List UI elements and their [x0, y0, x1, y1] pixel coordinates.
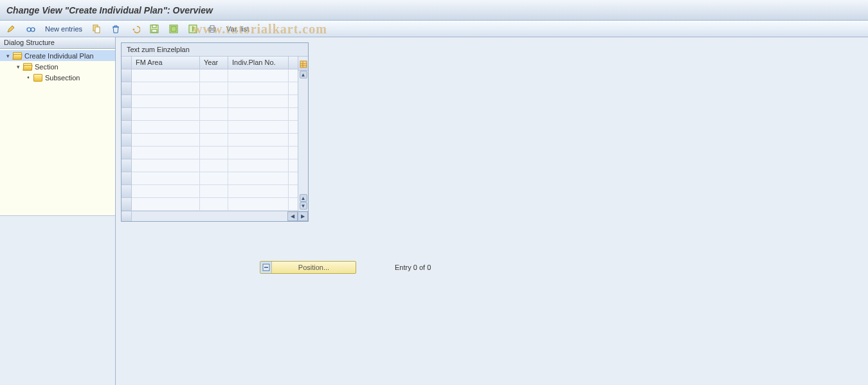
cell[interactable]: [132, 69, 200, 82]
cell[interactable]: [132, 121, 200, 133]
row-selector[interactable]: [122, 147, 131, 159]
cell[interactable]: [228, 121, 289, 133]
row-selector[interactable]: [122, 82, 131, 95]
new-entries-button[interactable]: New entries: [42, 22, 85, 35]
row-selector[interactable]: [122, 172, 131, 185]
cell[interactable]: [200, 134, 228, 146]
cell[interactable]: [132, 82, 200, 94]
window-title: Change View "Create Individual Plan": Ov…: [6, 5, 213, 15]
configure-columns-button[interactable]: [298, 58, 308, 71]
table-row[interactable]: [132, 108, 298, 121]
tree-node[interactable]: ▾Create Individual Plan: [0, 50, 115, 61]
table-row[interactable]: [132, 147, 298, 159]
cell[interactable]: [200, 198, 228, 210]
cell[interactable]: [132, 198, 200, 210]
row-selector[interactable]: [122, 198, 131, 211]
app-toolbar: New entries Var. list ww: [0, 21, 868, 37]
column-header-plan_no[interactable]: Indiv.Plan No.: [228, 57, 289, 69]
cell[interactable]: [228, 185, 289, 197]
print-icon: [207, 24, 217, 34]
table-row[interactable]: [132, 159, 298, 172]
header-row-selector[interactable]: [122, 57, 131, 69]
hscroll-track[interactable]: [132, 211, 287, 221]
hscroll-left[interactable]: ◀: [287, 211, 298, 221]
cell[interactable]: [200, 147, 228, 159]
row-selector[interactable]: [122, 159, 131, 172]
dialog-structure-tree[interactable]: ▾Create Individual Plan▾Section•Subsecti…: [0, 49, 115, 216]
cell[interactable]: [132, 185, 200, 197]
cell[interactable]: [228, 82, 289, 94]
new-entries-label: New entries: [45, 25, 82, 33]
cell[interactable]: [228, 198, 289, 210]
select-all-button[interactable]: [166, 22, 181, 35]
cell[interactable]: [228, 147, 289, 159]
row-selector[interactable]: [122, 185, 131, 198]
cell[interactable]: [132, 172, 200, 184]
data-grid[interactable]: FM AreaYearIndiv.Plan No. ▲ ▲ ▼: [122, 57, 308, 211]
tree-node[interactable]: ▾Section: [0, 61, 115, 72]
cell[interactable]: [132, 134, 200, 146]
undo-button[interactable]: [127, 22, 143, 35]
cell[interactable]: [228, 95, 289, 107]
svg-rect-11: [210, 26, 214, 28]
cell[interactable]: [132, 108, 200, 120]
cell[interactable]: [132, 147, 200, 159]
row-selector[interactable]: [122, 108, 131, 121]
position-button[interactable]: Position...: [260, 261, 356, 274]
cell[interactable]: [200, 69, 228, 82]
scroll-down-button[interactable]: ▼: [300, 202, 307, 210]
footer-controls: Position... Entry 0 of 0: [260, 261, 431, 274]
row-selector[interactable]: [122, 95, 131, 108]
table-row[interactable]: [132, 185, 298, 198]
cell[interactable]: [228, 108, 289, 120]
tree-expand-icon[interactable]: ▾: [14, 63, 22, 71]
table-config-icon: [300, 60, 307, 68]
var-list-button[interactable]: Var. list: [224, 22, 251, 35]
cell[interactable]: [228, 172, 289, 184]
save-button[interactable]: [147, 22, 162, 35]
column-header-fm_area[interactable]: FM Area: [132, 57, 200, 69]
tree-node-label: Section: [35, 63, 59, 71]
vertical-scrollbar[interactable]: ▲ ▲ ▼: [298, 57, 308, 211]
svg-rect-6: [152, 30, 157, 32]
column-header-year[interactable]: Year: [200, 57, 228, 69]
tree-expand-icon[interactable]: ▾: [4, 52, 12, 60]
cell[interactable]: [228, 159, 289, 172]
cell[interactable]: [200, 95, 228, 107]
scroll-down-line-button[interactable]: ▲: [300, 194, 307, 202]
row-selector[interactable]: [122, 69, 131, 82]
table-row[interactable]: [132, 69, 298, 82]
table-row[interactable]: [132, 121, 298, 134]
select-all-rows[interactable]: [122, 211, 132, 221]
cell[interactable]: [228, 134, 289, 146]
delete-button[interactable]: [108, 22, 123, 35]
cell[interactable]: [200, 185, 228, 197]
table-row[interactable]: [132, 82, 298, 95]
table-row[interactable]: [132, 95, 298, 108]
table-row[interactable]: [132, 134, 298, 147]
toggle-edit-button[interactable]: [4, 22, 19, 35]
table-row[interactable]: [132, 172, 298, 185]
table-row[interactable]: [132, 198, 298, 211]
tree-node[interactable]: •Subsection: [0, 72, 115, 83]
folder-open-icon: [13, 52, 22, 60]
cell[interactable]: [228, 69, 289, 82]
cell[interactable]: [132, 159, 200, 172]
tree-node-label: Create Individual Plan: [24, 52, 94, 60]
row-selector-column[interactable]: [122, 57, 132, 211]
find-button[interactable]: [23, 22, 39, 35]
cell[interactable]: [200, 172, 228, 184]
cell[interactable]: [200, 159, 228, 172]
cell[interactable]: [200, 121, 228, 133]
scroll-up-button[interactable]: ▲: [300, 71, 307, 78]
row-selector[interactable]: [122, 121, 131, 134]
cell[interactable]: [200, 108, 228, 120]
hscroll-right[interactable]: ▶: [298, 211, 308, 221]
print-button[interactable]: [204, 22, 220, 35]
copy-button[interactable]: [89, 22, 104, 35]
row-selector[interactable]: [122, 134, 131, 147]
cell[interactable]: [132, 95, 200, 107]
deselect-icon: [188, 24, 198, 34]
cell[interactable]: [200, 82, 228, 94]
deselect-all-button[interactable]: [185, 22, 201, 35]
